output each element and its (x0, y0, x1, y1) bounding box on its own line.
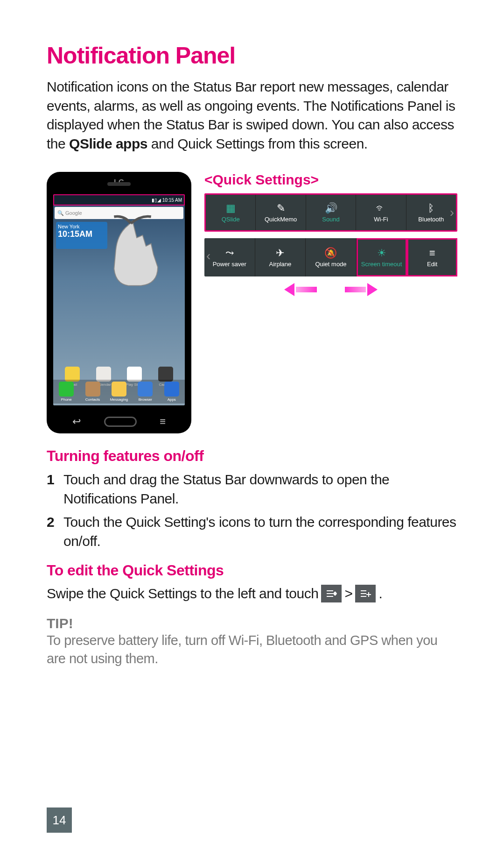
back-icon: ↩ (72, 416, 81, 428)
app-row-2: PhoneContactsMessagingBrowserApps (53, 380, 185, 404)
app-icon: Contacts (83, 382, 103, 402)
step: 2Touch the Quick Setting's icons to turn… (47, 513, 457, 551)
app-icon: Phone (56, 382, 76, 402)
chevron-left-icon: ‹ (206, 248, 210, 263)
qs-item-wi-fi: ᯤWi-Fi (356, 195, 406, 230)
qs-item-qslide: ▦QSlide (206, 195, 256, 230)
page-title: Notification Panel (47, 42, 457, 69)
swipe-hand-icon (91, 208, 175, 292)
tip-body: To preserve battery life, turn off Wi-Fi… (47, 631, 457, 668)
qs-item-quickmemo: ✎QuickMemo (256, 195, 306, 230)
search-icon: 🔍 (57, 210, 65, 216)
qs-item-bluetooth: ᛒBluetooth (406, 195, 456, 230)
edit-text: Swipe the Quick Settings to the left and… (47, 586, 318, 602)
qs-item-edit: ≡Edit (407, 238, 457, 276)
section-heading-1: Turning features on/off (47, 447, 457, 465)
qs-row-2: ‹ ⤳Power saver✈Airplane🔕Quiet mode☀Scree… (204, 238, 457, 276)
menu-icon: ≡ (160, 416, 166, 428)
intro-paragraph: Notification icons on the Status Bar rep… (47, 78, 457, 153)
qs-item-power-saver: ⤳Power saver (204, 238, 255, 276)
status-time: 10:15 AM (162, 198, 182, 203)
qs-row-1: › ▦QSlide✎QuickMemo🔊SoundᯤWi-FiᛒBluetoot… (204, 193, 457, 232)
quick-settings-panel: <Quick Settings> › ▦QSlide✎QuickMemo🔊Sou… (204, 172, 457, 433)
page-number: 14 (47, 807, 72, 833)
qs-item-airplane: ✈Airplane (255, 238, 306, 276)
gt-separator: > (344, 586, 352, 602)
phone-mock: LG ▮▯◢ 10:15 AM 🔍 Google New York 10:15A… (47, 172, 191, 433)
qs-item-sound: 🔊Sound (306, 195, 356, 230)
tip-heading: TIP! (47, 616, 457, 631)
edit-add-icon (355, 585, 376, 602)
chevron-right-icon: › (450, 205, 454, 220)
home-button (104, 417, 137, 427)
arrow-right-icon (345, 283, 378, 296)
step: 1Touch and drag the Status Bar downwards… (47, 470, 457, 508)
app-icon: Messaging (109, 382, 129, 402)
phone-screen: ▮▯◢ 10:15 AM 🔍 Google New York 10:15AM E… (53, 194, 185, 405)
edit-instruction: Swipe the Quick Settings to the left and… (47, 585, 457, 602)
qs-item-screen-timeout: ☀Screen timeout (357, 238, 407, 276)
app-icon: Apps (162, 382, 182, 402)
phone-navbar: ↩ ≡ (47, 416, 191, 428)
search-placeholder: Google (65, 210, 82, 216)
intro-bold: QSlide apps (69, 136, 147, 151)
section-heading-2: To edit the Quick Settings (47, 562, 457, 579)
status-bar: ▮▯◢ 10:15 AM (53, 194, 185, 205)
intro-text-2: and Quick Settings from this screen. (151, 136, 368, 151)
qs-item-quiet-mode: 🔕Quiet mode (306, 238, 357, 276)
app-icon: Browser (135, 382, 155, 402)
arrow-left-icon (284, 283, 317, 296)
edit-list-icon (321, 585, 342, 602)
edit-period: . (378, 586, 382, 602)
steps-list: 1Touch and drag the Status Bar downwards… (47, 470, 457, 551)
figure-row: LG ▮▯◢ 10:15 AM 🔍 Google New York 10:15A… (47, 172, 457, 433)
phone-speaker (107, 182, 131, 186)
signal-icon: ▮▯◢ (152, 198, 161, 203)
qs-heading: <Quick Settings> (204, 172, 457, 188)
swipe-arrows (204, 283, 457, 296)
